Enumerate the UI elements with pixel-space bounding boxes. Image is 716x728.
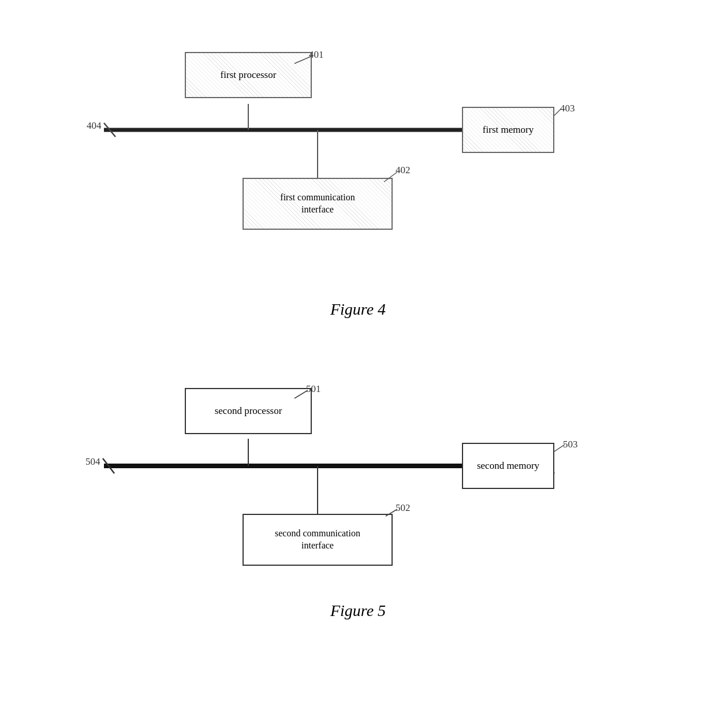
page: first processor first communication inte… <box>0 0 716 728</box>
svg-line-15 <box>554 445 565 451</box>
figure5-diagram: second processor second communication in… <box>69 353 647 596</box>
svg-line-6 <box>554 109 561 115</box>
svg-line-14 <box>386 509 397 516</box>
figure5-pointers-svg <box>69 353 647 596</box>
svg-line-4 <box>294 57 311 64</box>
svg-line-13 <box>294 390 308 398</box>
figure5-caption: Figure 5 <box>330 602 386 620</box>
figure4-caption: Figure 4 <box>330 300 386 319</box>
svg-line-5 <box>384 172 397 182</box>
figure4-diagram: first processor first communication inte… <box>69 17 647 294</box>
figure4-pointers-svg <box>69 17 647 294</box>
figure5-caption-text: Figure 5 <box>330 602 386 619</box>
figure4-caption-text: Figure 4 <box>330 300 386 318</box>
